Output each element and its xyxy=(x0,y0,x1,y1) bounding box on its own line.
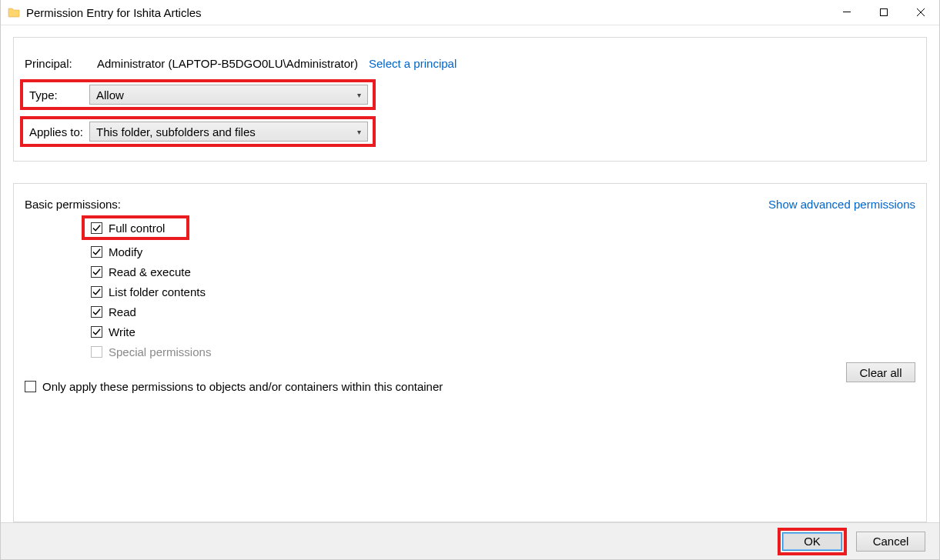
write-label: Write xyxy=(109,325,135,338)
full-control-label: Full control xyxy=(109,222,165,235)
full-control-highlight: Full control xyxy=(82,215,189,240)
svg-rect-0 xyxy=(843,12,851,12)
ok-button[interactable]: OK xyxy=(782,532,842,551)
permissions-list: Full control Modify Read & execute List … xyxy=(91,215,915,362)
modify-item: Modify xyxy=(91,242,915,262)
write-checkbox[interactable] xyxy=(91,326,102,338)
type-row-highlight: Type: Allow ▾ xyxy=(20,79,376,110)
type-combobox-value: Allow xyxy=(96,88,124,102)
select-principal-link[interactable]: Select a principal xyxy=(369,57,457,70)
cancel-button[interactable]: Cancel xyxy=(856,532,925,552)
command-bar: OK Cancel xyxy=(1,522,939,559)
only-apply-label: Only apply these permissions to objects … xyxy=(42,380,443,393)
read-item: Read xyxy=(91,302,915,322)
chevron-down-icon: ▾ xyxy=(357,128,361,136)
principal-row: Principal: Administrator (LAPTOP-B5DGO0L… xyxy=(20,52,912,75)
list-folder-label: List folder contents xyxy=(109,285,206,298)
show-advanced-permissions-link[interactable]: Show advanced permissions xyxy=(768,198,915,211)
read-label: Read xyxy=(109,305,136,318)
permissions-panel: Basic permissions: Show advanced permiss… xyxy=(13,183,927,522)
applies-to-combobox[interactable]: This folder, subfolders and files ▾ xyxy=(89,122,368,142)
principal-label: Principal: xyxy=(20,57,89,70)
principal-value: Administrator (LAPTOP-B5DGO0LU\Administr… xyxy=(97,57,358,70)
applies-to-row-highlight: Applies to: This folder, subfolders and … xyxy=(20,116,376,147)
folder-icon xyxy=(8,6,20,18)
type-combobox[interactable]: Allow ▾ xyxy=(89,85,368,105)
only-apply-row: Only apply these permissions to objects … xyxy=(25,380,915,393)
modify-label: Modify xyxy=(109,245,142,258)
window-title: Permission Entry for Ishita Articles xyxy=(26,6,202,19)
only-apply-checkbox[interactable] xyxy=(25,381,36,392)
read-checkbox[interactable] xyxy=(91,306,102,318)
titlebar: Permission Entry for Ishita Articles xyxy=(1,0,939,25)
chevron-down-icon: ▾ xyxy=(357,91,361,99)
write-item: Write xyxy=(91,322,915,342)
maximize-button[interactable] xyxy=(865,0,902,25)
clear-all-wrapper: Clear all xyxy=(846,362,915,382)
close-button[interactable] xyxy=(902,0,939,25)
type-label: Type: xyxy=(25,88,89,102)
full-control-checkbox[interactable] xyxy=(91,222,102,234)
read-execute-checkbox[interactable] xyxy=(91,266,102,278)
clear-all-button[interactable]: Clear all xyxy=(846,362,915,382)
special-checkbox xyxy=(91,346,102,358)
ok-highlight: OK xyxy=(778,528,847,555)
read-execute-label: Read & execute xyxy=(109,265,191,278)
applies-to-combobox-value: This folder, subfolders and files xyxy=(96,125,256,138)
list-folder-checkbox[interactable] xyxy=(91,286,102,298)
client-area: Principal: Administrator (LAPTOP-B5DGO0L… xyxy=(1,25,939,559)
special-item: Special permissions xyxy=(91,342,915,362)
minimize-button[interactable] xyxy=(828,0,865,25)
svg-rect-1 xyxy=(881,9,888,16)
modify-checkbox[interactable] xyxy=(91,246,102,258)
principal-panel: Principal: Administrator (LAPTOP-B5DGO0L… xyxy=(13,37,927,162)
special-label: Special permissions xyxy=(109,345,211,358)
basic-permissions-label: Basic permissions: xyxy=(25,198,121,211)
applies-to-label: Applies to: xyxy=(25,125,89,138)
read-execute-item: Read & execute xyxy=(91,262,915,282)
list-folder-item: List folder contents xyxy=(91,282,915,302)
